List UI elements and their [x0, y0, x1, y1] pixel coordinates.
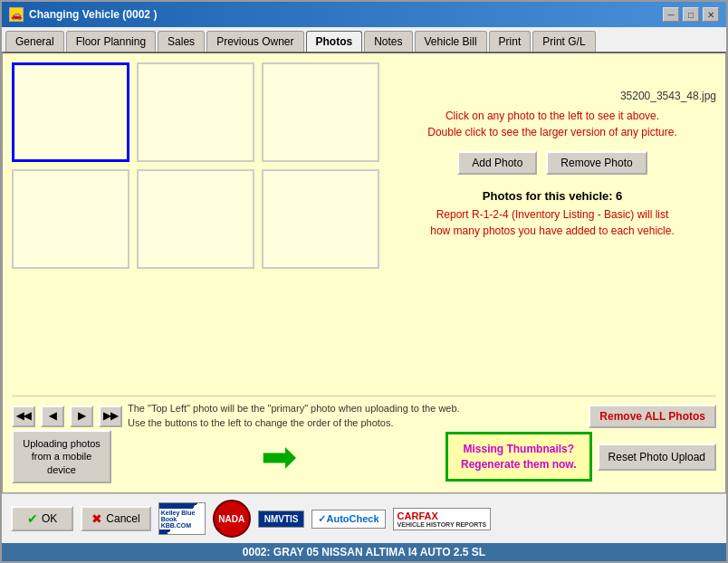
instruction-line2: Double click to see the larger version o…	[388, 124, 716, 140]
photo-count-note: Report R-1-2-4 (Inventory Listing - Basi…	[388, 206, 716, 239]
content-area: 35200_3543_48.jpg Click on any photo to …	[2, 52, 726, 493]
status-bar: 0002: GRAY 05 NISSAN ALTIMA I4 AUTO 2.5 …	[2, 543, 726, 561]
photo-instructions: Click on any photo to the left to see it…	[388, 108, 716, 140]
autocheck-badge: ✓AutoCheck	[311, 510, 385, 529]
tab-previous-owner[interactable]: Previous Owner	[206, 31, 303, 52]
photo-right-panel: 35200_3543_48.jpg Click on any photo to …	[388, 62, 716, 388]
nmvtis-label: NMVTIS	[264, 514, 299, 524]
window-controls: ─ □ ✕	[663, 7, 719, 22]
cancel-button[interactable]: ✖ Cancel	[81, 506, 150, 531]
missing-thumbnails-line2: Regenerate them now.	[461, 458, 577, 471]
tab-notes[interactable]: Notes	[364, 31, 412, 52]
upload-mobile-label1: Uploading photos	[23, 438, 101, 449]
bottom-controls-row2: Uploading photos from a mobile device ➡ …	[12, 430, 716, 483]
status-text: 0002: GRAY 05 NISSAN ALTIMA I4 AUTO 2.5 …	[243, 546, 485, 558]
nmvtis-badge: NMVTIS	[258, 511, 305, 528]
tab-vehicle-bill[interactable]: Vehicle Bill	[415, 31, 487, 52]
kbb-label: Kelley Blue BookKBB.COM	[159, 509, 205, 530]
upload-mobile-button[interactable]: Uploading photos from a mobile device	[12, 430, 111, 483]
ok-button[interactable]: ✔ OK	[11, 506, 73, 531]
primary-text-2: Use the buttons to the left to change th…	[128, 416, 583, 430]
maximize-button[interactable]: □	[683, 7, 699, 22]
photo-cell-6[interactable]	[262, 169, 379, 269]
nada-label: NADA	[218, 514, 244, 524]
upload-mobile-label2: from a mobile device	[32, 451, 92, 474]
instruction-line1: Click on any photo to the left to see it…	[388, 108, 716, 124]
photo-cell-3[interactable]	[262, 62, 379, 162]
title-bar-left: 🚗 Changing Vehicle (0002 )	[9, 7, 157, 22]
autocheck-label: ✓AutoCheck	[318, 513, 378, 524]
nada-badge: NADA	[213, 500, 251, 538]
tab-floor-planning[interactable]: Floor Planning	[66, 31, 156, 52]
photo-count-value: 6	[616, 189, 622, 203]
missing-thumbnails-button[interactable]: Missing Thumbnails? Regenerate them now.	[445, 432, 592, 482]
remove-all-photos-button[interactable]: Remove ALL Photos	[589, 405, 716, 428]
title-bar: 🚗 Changing Vehicle (0002 ) ─ □ ✕	[2, 2, 726, 27]
missing-thumbnails-line1: Missing Thumbnails?	[463, 443, 574, 455]
window-title: Changing Vehicle (0002 )	[29, 8, 157, 21]
tab-print[interactable]: Print	[489, 31, 532, 52]
tab-sales[interactable]: Sales	[158, 31, 205, 52]
main-window: 🚗 Changing Vehicle (0002 ) ─ □ ✕ General…	[0, 0, 728, 563]
tab-print-gl[interactable]: Print G/L	[532, 31, 595, 52]
nav-last-button[interactable]: ▶▶	[99, 406, 122, 427]
bottom-controls-row1: ◀◀ ◀ ▶ ▶▶ The "Top Left" photo will be t…	[12, 396, 716, 430]
x-icon: ✖	[91, 511, 102, 526]
minimize-button[interactable]: ─	[663, 7, 679, 22]
add-photo-button[interactable]: Add Photo	[457, 151, 537, 175]
tab-photos[interactable]: Photos	[306, 31, 363, 52]
close-button[interactable]: ✕	[703, 7, 719, 22]
report-note-1: Report R-1-2-4 (Inventory Listing - Basi…	[388, 206, 716, 223]
app-icon: 🚗	[9, 7, 24, 22]
photo-grid	[12, 62, 379, 388]
photos-main: 35200_3543_48.jpg Click on any photo to …	[12, 62, 716, 388]
arrow-area: ➡	[117, 435, 440, 479]
photo-cell-2[interactable]	[137, 62, 254, 162]
report-note-2: how many photos you have added to each v…	[388, 223, 716, 239]
remove-photo-button[interactable]: Remove Photo	[546, 151, 647, 175]
photo-filename: 35200_3543_48.jpg	[388, 90, 716, 102]
carfax-label: CARFAX	[398, 511, 438, 521]
nav-first-button[interactable]: ◀◀	[12, 406, 35, 427]
carfax-badge: CARFAX VEHICLE HISTORY REPORTS	[393, 508, 492, 530]
nav-prev-button[interactable]: ◀	[41, 406, 64, 427]
photo-count-area: Photos for this vehicle: 6 Report R-1-2-…	[388, 189, 716, 239]
photo-cell-5[interactable]	[137, 169, 254, 269]
cancel-label: Cancel	[106, 512, 139, 525]
primary-photo-text: The "Top Left" photo will be the "primar…	[128, 402, 583, 430]
carfax-sublabel: VEHICLE HISTORY REPORTS	[398, 521, 487, 528]
photo-action-buttons: Add Photo Remove Photo	[388, 151, 716, 175]
check-icon: ✔	[27, 511, 38, 526]
tabs-bar: General Floor Planning Sales Previous Ow…	[2, 27, 726, 52]
reset-photo-upload-button[interactable]: Reset Photo Upload	[598, 444, 716, 471]
right-arrow-icon: ➡	[261, 435, 297, 479]
ok-label: OK	[42, 512, 57, 525]
photo-cell-1[interactable]	[12, 62, 129, 162]
photo-cell-4[interactable]	[12, 169, 129, 269]
tab-general[interactable]: General	[5, 31, 64, 52]
nav-next-button[interactable]: ▶	[70, 406, 93, 427]
kbb-badge: Kelley Blue BookKBB.COM	[158, 502, 206, 535]
footer-bar: ✔ OK ✖ Cancel Kelley Blue BookKBB.COM NA…	[2, 493, 726, 543]
primary-text-1: The "Top Left" photo will be the "primar…	[128, 402, 583, 415]
photo-count-label: Photos for this vehicle:	[483, 189, 613, 203]
